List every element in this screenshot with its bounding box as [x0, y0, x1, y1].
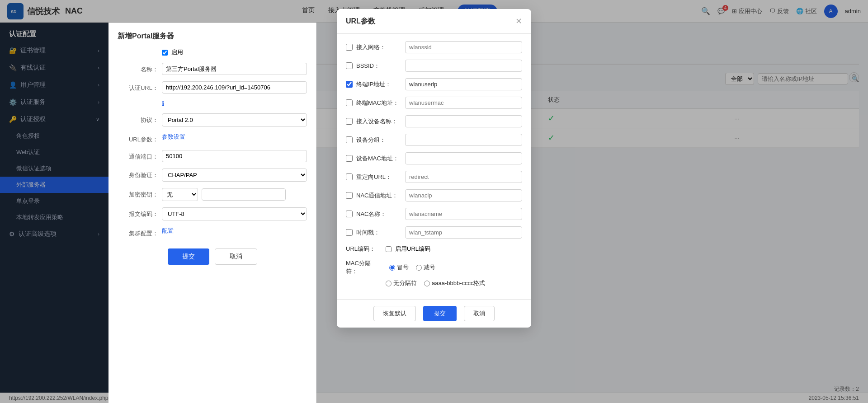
- url-param-input-8[interactable]: [405, 189, 522, 202]
- url-param-checkbox-2[interactable]: [346, 81, 353, 88]
- mac-sep-colon-label: 冒号: [397, 263, 409, 272]
- info-icon[interactable]: ℹ: [162, 100, 307, 107]
- url-dialog-close-button[interactable]: ✕: [515, 16, 522, 26]
- url-param-label-8: NAC通信地址：: [356, 192, 401, 200]
- url-param-checkbox-8[interactable]: [346, 192, 353, 199]
- encrypt-select[interactable]: 无: [162, 188, 198, 201]
- form-cluster-link[interactable]: 配置: [162, 227, 174, 235]
- url-dialog-title: URL参数: [346, 17, 375, 26]
- url-param-input-0[interactable]: [405, 41, 522, 53]
- url-param-row-6: 设备MAC地址：: [346, 152, 522, 164]
- form-authurl-input[interactable]: [162, 81, 307, 94]
- url-param-checkbox-9[interactable]: [346, 211, 353, 217]
- form-cluster-row: 集群配置： 配置: [118, 227, 307, 238]
- url-dialog-cancel-button[interactable]: 取消: [464, 306, 495, 321]
- url-dialog-body: 接入网络： BSSID： 终端IP地址： 终端MAC地址： 接入设备名称：: [337, 34, 531, 299]
- url-param-row-9: NAC名称：: [346, 208, 522, 220]
- form-auth-row: 身份验证： CHAP/PAP: [118, 169, 307, 182]
- url-param-checkbox-7[interactable]: [346, 173, 353, 180]
- form-urlparams-link[interactable]: 参数设置: [162, 133, 185, 141]
- url-param-input-3[interactable]: [405, 97, 522, 109]
- url-encoding-checkbox-label: 启用URL编码: [395, 245, 430, 253]
- form-name-input[interactable]: [162, 63, 307, 75]
- mac-sep-colon[interactable]: 冒号: [389, 263, 409, 272]
- form-encrypt-label: 加密密钥：: [118, 188, 158, 199]
- url-param-input-6[interactable]: [405, 152, 522, 164]
- url-param-row-4: 接入设备名称：: [346, 115, 522, 127]
- url-param-label-3: 终端MAC地址：: [356, 99, 401, 107]
- enable-label: 启用: [171, 48, 183, 56]
- form-encoding-label: 报文编码：: [118, 207, 158, 218]
- url-param-label-7: 重定向URL：: [356, 173, 401, 181]
- url-dialog-restore-button[interactable]: 恢复默认: [373, 306, 416, 321]
- mac-sep-colon-radio[interactable]: [389, 265, 395, 271]
- url-param-row-2: 终端IP地址：: [346, 78, 522, 90]
- mac-sep-none-radio[interactable]: [386, 281, 392, 286]
- url-dialog: URL参数 ✕ 接入网络： BSSID： 终端IP地址： 终端MAC地址：: [337, 9, 531, 328]
- form-auth-select[interactable]: CHAP/PAP: [162, 169, 307, 182]
- url-param-row-5: 设备分组：: [346, 134, 522, 146]
- enable-row: 启用: [162, 48, 307, 56]
- url-param-input-9[interactable]: [405, 208, 522, 220]
- form-urlparams-row: URL参数： 参数设置: [118, 133, 307, 144]
- url-param-checkbox-5[interactable]: [346, 136, 353, 143]
- form-actions: 提交 取消: [118, 244, 307, 265]
- url-dialog-footer: 恢复默认 提交 取消: [337, 299, 531, 328]
- mac-sep-dash[interactable]: 减号: [416, 263, 435, 272]
- form-protocol-label: 协议：: [118, 113, 158, 124]
- form-protocol-select[interactable]: Portal 2.0: [162, 113, 307, 127]
- url-param-label-4: 接入设备名称：: [356, 117, 401, 126]
- form-port-row: 通信端口：: [118, 150, 307, 162]
- url-param-checkbox-10[interactable]: [346, 229, 353, 236]
- url-param-checkbox-4[interactable]: [346, 118, 353, 125]
- url-param-label-1: BSSID：: [356, 62, 401, 70]
- mac-sep-none[interactable]: 无分隔符: [386, 279, 417, 287]
- url-encoding-row: URL编码： 启用URL编码: [346, 245, 522, 253]
- mac-sep-aaaa-radio[interactable]: [424, 281, 430, 286]
- form-encoding-select[interactable]: UTF-8: [162, 207, 307, 220]
- form-urlparams-label: URL参数：: [118, 133, 158, 144]
- form-port-input[interactable]: [162, 150, 307, 162]
- url-param-checkbox-1[interactable]: [346, 62, 353, 69]
- url-param-label-0: 接入网络：: [356, 43, 401, 52]
- url-encoding-label: URL编码：: [346, 245, 382, 253]
- enable-checkbox[interactable]: [162, 50, 168, 56]
- form-modal: 新增Portal服务器 启用 名称： 认证URL： ℹ 协议： Portal 2…: [108, 23, 316, 403]
- form-name-label: 名称：: [118, 63, 158, 74]
- url-param-label-5: 设备分组：: [356, 136, 401, 144]
- url-param-input-5[interactable]: [405, 134, 522, 146]
- mac-sep-none-label: 无分隔符: [393, 279, 417, 287]
- form-authurl-row: 认证URL：: [118, 81, 307, 94]
- form-auth-label: 身份验证：: [118, 169, 158, 179]
- url-param-row-7: 重定向URL：: [346, 171, 522, 183]
- url-param-checkbox-3[interactable]: [346, 99, 353, 106]
- url-param-row-1: BSSID：: [346, 60, 522, 72]
- url-param-input-7[interactable]: [405, 171, 522, 183]
- url-dialog-submit-button[interactable]: 提交: [423, 306, 457, 321]
- url-param-label-9: NAC名称：: [356, 210, 401, 218]
- mac-sep-dash-radio[interactable]: [416, 265, 422, 271]
- mac-sep-options-row2: 无分隔符 aaaa-bbbb-cccc格式: [386, 279, 522, 287]
- form-cancel-button[interactable]: 取消: [215, 248, 257, 265]
- url-param-row-8: NAC通信地址：: [346, 189, 522, 202]
- encrypt-key-input[interactable]: [202, 188, 286, 201]
- form-encrypt-row: 加密密钥： 无: [118, 188, 307, 201]
- url-param-checkbox-0[interactable]: [346, 44, 353, 51]
- url-param-label-2: 终端IP地址：: [356, 80, 401, 89]
- mac-sep-aaaa-label: aaaa-bbbb-cccc格式: [432, 279, 486, 287]
- url-encoding-checkbox[interactable]: [386, 246, 392, 252]
- url-param-input-2[interactable]: [405, 78, 522, 90]
- url-param-input-4[interactable]: [405, 115, 522, 127]
- url-param-input-1[interactable]: [405, 60, 522, 72]
- form-protocol-row: 协议： Portal 2.0: [118, 113, 307, 127]
- url-param-checkbox-6[interactable]: [346, 155, 353, 162]
- mac-sep-row: MAC分隔符： 冒号 减号 无分隔符 aaaa-bbbb-cccc格式: [346, 259, 522, 287]
- form-submit-button[interactable]: 提交: [168, 248, 209, 265]
- url-param-label-6: 设备MAC地址：: [356, 155, 401, 163]
- url-dialog-header: URL参数 ✕: [337, 9, 531, 34]
- mac-sep-aaaa[interactable]: aaaa-bbbb-cccc格式: [424, 279, 486, 287]
- mac-sep-options-row1: MAC分隔符： 冒号 减号: [346, 259, 522, 276]
- form-authurl-label: 认证URL：: [118, 81, 158, 92]
- url-param-row-10: 时间戳：: [346, 226, 522, 239]
- url-param-input-10[interactable]: [405, 226, 522, 239]
